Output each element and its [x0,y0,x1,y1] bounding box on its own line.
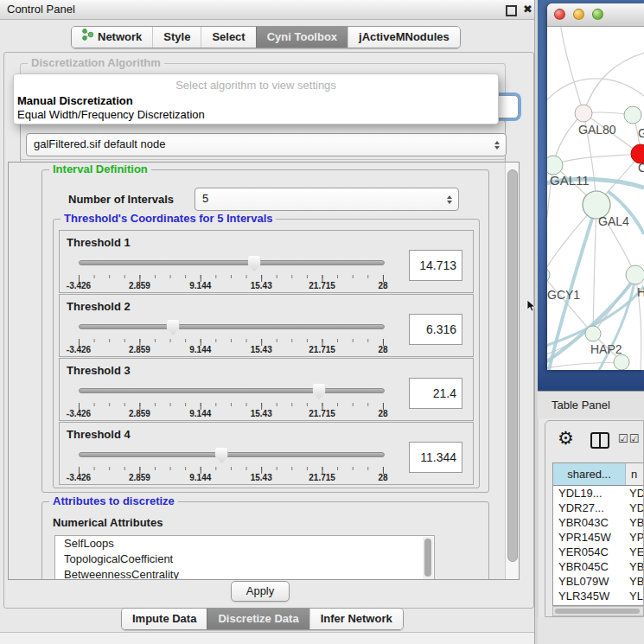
control-panel: Control Panel ✖ Network Style [0,0,538,644]
zoom-traffic-light-icon[interactable] [592,9,603,20]
table-row[interactable]: YBR043C YBR0 [553,515,643,530]
table-data-combobox[interactable]: galFiltered.sif default node [26,133,507,156]
list-scrollbar[interactable] [423,537,433,580]
right-bottom-area [538,617,644,644]
network-node[interactable] [626,265,644,284]
dropdown-item-equal-width-frequency[interactable]: Equal Width/Frequency Discretization [14,108,498,122]
tab-label: Impute Data [132,609,196,629]
slider-scale-labels: -3.426 2.859 9.144 15.43 21.715 28 [79,281,383,291]
table-row[interactable]: YLR345W YLR3 [553,589,643,603]
slider-scale-labels: -3.426 2.859 9.144 15.43 21.715 28 [79,409,383,419]
slider-track[interactable] [79,388,385,393]
node-label: GCY1 [547,288,580,302]
dropdown-item-manual-discretization[interactable]: Manual Discretization [14,94,498,108]
threshold-value-field[interactable]: 6.316 [409,314,462,345]
gear-icon[interactable]: ⚙ [558,428,574,449]
combo-value: galFiltered.sif default node [34,137,165,150]
threshold-value-field[interactable]: 21.4 [409,378,462,409]
float-window-icon[interactable] [506,5,517,16]
slider-track[interactable] [79,260,385,265]
threshold-coordinates-group: Threshold's Coordinates for 5 Intervals … [53,219,480,488]
node-attribute-table[interactable]: shared... n YDL19... YDL1 YDR27... YDR2 … [552,462,643,606]
list-item[interactable]: TopologicalCoefficient [55,552,434,567]
node-label: GAL4 [598,214,629,228]
threshold-value-field[interactable]: 14.713 [409,250,462,281]
horizontal-scrollbar[interactable] [552,606,643,616]
threshold-4-panel: Threshold 4 -3.426 2.859 [59,422,474,485]
node-label: GA [638,126,644,140]
network-node[interactable] [575,105,592,122]
network-desktop: GAL80 GA C GAL11 GAL4 GCY1 H HAP2 [538,0,644,391]
threshold-label: Threshold 4 [67,428,131,441]
table-panel: ⚙ ☑☑ shared... n YDL19... YDL1 YDR27... … [545,420,644,617]
node-label: C [638,161,644,175]
slider-scale-labels: -3.426 2.859 9.144 15.43 21.715 28 [79,345,383,355]
apply-button[interactable]: Apply [231,581,290,602]
column-header-name[interactable]: n [626,463,643,485]
threshold-3-panel: Threshold 3 -3.426 2.859 [59,358,474,421]
threshold-value-field[interactable]: 11.344 [409,442,462,473]
slider-thumb[interactable] [215,448,228,463]
slider-thumb[interactable] [248,256,261,271]
numerical-attributes-list[interactable]: SelfLoops TopologicalCoefficient Between… [54,535,435,580]
tab-label: Discretize Data [218,609,298,629]
node-label: H [637,285,644,299]
top-tabbar: Network Style Select Cyni Toolbox jActiv… [71,26,461,48]
table-row[interactable]: YDR27... YDR2 [553,501,643,515]
network-node[interactable] [614,354,629,370]
group-title: Discretization Algorithm [28,56,164,69]
table-row[interactable]: YBL079W YBL0 [553,574,643,589]
bottom-strip [0,632,538,644]
minimize-traffic-light-icon[interactable] [573,9,584,20]
tab-discretize-data[interactable]: Discretize Data [207,609,309,629]
threshold-1-panel: Threshold 1 -3.426 2.859 [59,230,474,293]
network-node[interactable] [624,106,641,124]
threshold-label: Threshold 3 [67,364,131,377]
threshold-2-panel: Threshold 2 -3.426 2.859 [59,294,474,357]
network-canvas[interactable]: GAL80 GA C GAL11 GAL4 GCY1 H HAP2 [547,27,644,370]
algorithm-dropdown-popup: Select algorithm to view settings Manual… [13,73,499,124]
tab-label: Network [98,27,142,48]
table-row[interactable]: YPR145W YPR1 [553,530,643,545]
slider-thumb[interactable] [167,320,180,335]
tab-network[interactable]: Network [72,27,152,48]
vertical-scrollbar[interactable] [505,163,519,579]
table-panel-title: Table Panel [552,399,610,411]
cyni-panel: Discretization Algorithm Select algorith… [3,52,534,609]
network-node[interactable] [585,326,601,341]
list-item[interactable]: BetweennessCentrality [55,567,434,580]
table-row[interactable]: YER054C YER0 [553,545,643,559]
columns-icon[interactable] [590,432,609,449]
bottom-tabbar: Impute Data Discretize Data Infer Networ… [121,608,404,630]
tab-style[interactable]: Style [152,27,201,48]
slider-thumb[interactable] [313,384,326,399]
tab-impute-data[interactable]: Impute Data [122,609,207,629]
close-icon[interactable]: ✖ [523,3,532,16]
column-header-shared-name[interactable]: shared... [553,463,626,485]
tab-label: Infer Network [321,609,392,629]
slider-scale-labels: -3.426 2.859 9.144 15.43 21.715 28 [79,473,383,483]
tab-infer-network[interactable]: Infer Network [309,609,403,629]
number-of-intervals-label: Number of Intervals [68,193,174,206]
numerical-attributes-label: Numerical Attributes [53,516,163,529]
table-row[interactable]: YDL19... YDL1 [553,486,643,501]
dropdown-hint: Select algorithm to view settings [14,74,498,94]
network-node[interactable] [547,267,550,283]
panel-title: Control Panel [7,3,75,16]
table-row[interactable]: YBR045C YBR0 [553,559,643,574]
tab-cyni-toolbox[interactable]: Cyni Toolbox [256,27,348,48]
tab-jactivemnodules[interactable]: jActiveMNodules [348,27,460,48]
interval-definition-group: Interval Definition Number of Intervals … [41,169,489,493]
table-panel-titlebar: Table Panel [538,391,644,418]
slider-track[interactable] [79,324,385,329]
number-of-intervals-combobox[interactable]: 5 [194,188,459,211]
node-label: HAP2 [590,342,622,356]
tab-select[interactable]: Select [201,27,255,48]
close-traffic-light-icon[interactable] [554,9,565,20]
list-item[interactable]: SelfLoops [55,536,434,552]
network-node[interactable] [547,156,563,175]
slider-track[interactable] [79,452,385,457]
checkbox-icons[interactable]: ☑☑ [618,432,640,445]
screen: Control Panel ✖ Network Style [0,0,644,644]
chevron-updown-icon [494,141,500,150]
